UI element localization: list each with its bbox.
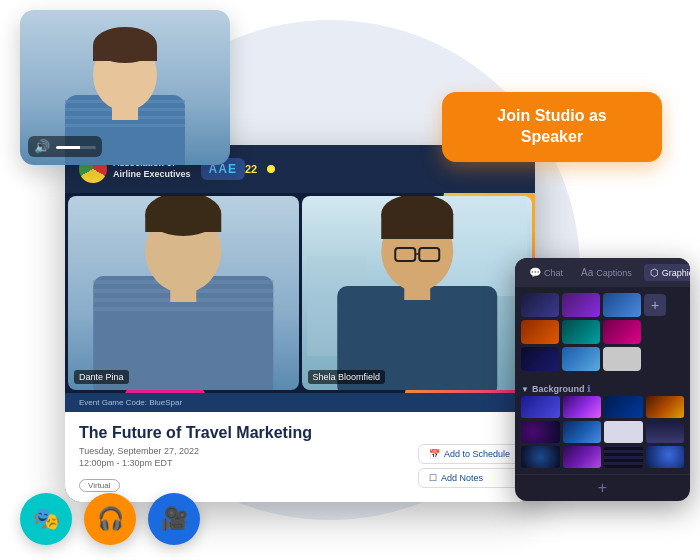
plus-icon: + [598, 479, 607, 497]
video-cell-left: Dante Pina [68, 196, 299, 390]
graphics-icon: ⬡ [650, 267, 659, 278]
captions-icon: Aa [581, 267, 593, 278]
avatar-button[interactable]: 🎭 [20, 493, 72, 545]
bottom-icons: 🎭 🎧 🎥 [20, 493, 200, 545]
tab-captions[interactable]: Aa Captions [575, 264, 638, 281]
event-title: The Future of Travel Marketing [79, 424, 521, 442]
event-info: The Future of Travel Marketing Tuesday, … [65, 412, 535, 502]
tab-graphics[interactable]: ⬡ Graphics [644, 264, 690, 281]
svg-rect-4 [65, 124, 185, 127]
studio-panel: Association of Airline Executives AAE 22 [65, 145, 535, 502]
notes-icon: ☐ [429, 473, 437, 483]
graphics-thumb-8[interactable] [562, 347, 600, 371]
speaker-dante-svg [68, 196, 299, 390]
bg-thumb-3[interactable] [604, 396, 643, 418]
yellow-dot [267, 165, 275, 173]
bg-thumb-7[interactable] [604, 421, 643, 443]
bg-thumb-2[interactable] [563, 396, 602, 418]
background-add-button[interactable]: + [515, 474, 690, 501]
background-section-header: ▼ Background ℹ [515, 380, 690, 396]
right-panel: 💬 Chat Aa Captions ⬡ Graphics + [515, 258, 690, 501]
graphics-thumb-6[interactable] [603, 320, 641, 344]
video-grid: Dante Pina [65, 193, 535, 393]
bg-thumb-9[interactable] [521, 446, 560, 468]
svg-rect-7 [93, 45, 157, 61]
svg-rect-13 [93, 307, 273, 311]
speaker-label-shela: Shela Bloomfield [308, 370, 386, 384]
svg-rect-27 [404, 282, 430, 300]
graphics-thumb-9[interactable] [603, 347, 641, 371]
video-cell-right: Shela Bloomfield [302, 196, 533, 390]
graphics-thumb-1[interactable] [521, 293, 559, 317]
support-button[interactable]: 🎧 [84, 493, 136, 545]
svg-rect-8 [112, 102, 138, 120]
year-label: 22 [245, 163, 257, 175]
event-actions: 📅 Add to Schedule ☐ Add Notes [418, 444, 521, 488]
event-game-bar: Event Game Code: BlueSpar [65, 393, 535, 412]
bg-thumb-6[interactable] [563, 421, 602, 443]
graphics-thumb-3[interactable] [603, 293, 641, 317]
tab-chat[interactable]: 💬 Chat [523, 264, 569, 281]
join-studio-button[interactable]: Join Studio as Speaker [442, 92, 662, 162]
bg-thumb-5[interactable] [521, 421, 560, 443]
event-tag: Virtual [79, 479, 120, 492]
bg-thumb-12[interactable] [646, 446, 685, 468]
svg-rect-23 [381, 214, 453, 239]
join-studio-label: Join Studio as Speaker [497, 107, 606, 145]
calendar-icon: 📅 [429, 449, 440, 459]
chat-icon: 💬 [529, 267, 541, 278]
graphics-add-button[interactable]: + [644, 294, 666, 316]
info-icon: ℹ [587, 384, 590, 394]
graphics-thumb-7[interactable] [521, 347, 559, 371]
graphics-section: + [515, 287, 690, 380]
add-to-schedule-button[interactable]: 📅 Add to Schedule [418, 444, 521, 464]
speaker-video: 🔊 [20, 10, 230, 165]
graphics-row-3 [521, 347, 684, 371]
graphics-thumb-5[interactable] [562, 320, 600, 344]
event-code-text: Event Game Code: BlueSpar [79, 398, 182, 407]
add-notes-button[interactable]: ☐ Add Notes [418, 468, 521, 488]
bg-thumb-1[interactable] [521, 396, 560, 418]
graphics-thumb-4[interactable] [521, 320, 559, 344]
bg-thumb-4[interactable] [646, 396, 685, 418]
background-title: Background [532, 384, 585, 394]
audio-indicator: 🔊 [28, 136, 102, 157]
chevron-icon: ▼ [521, 385, 529, 394]
speaker-label-dante: Dante Pina [74, 370, 129, 384]
svg-rect-16 [145, 214, 221, 232]
bg-thumb-11[interactable] [604, 446, 643, 468]
camera-button[interactable]: 🎥 [148, 493, 200, 545]
background-grid [515, 396, 690, 474]
graphics-row-2 [521, 320, 684, 344]
speaker-shela-svg [302, 196, 533, 390]
right-panel-tabs: 💬 Chat Aa Captions ⬡ Graphics [515, 258, 690, 287]
svg-rect-17 [170, 284, 196, 302]
graphics-thumb-2[interactable] [562, 293, 600, 317]
bg-thumb-8[interactable] [646, 421, 685, 443]
bg-thumb-10[interactable] [563, 446, 602, 468]
graphics-row-1: + [521, 293, 684, 317]
